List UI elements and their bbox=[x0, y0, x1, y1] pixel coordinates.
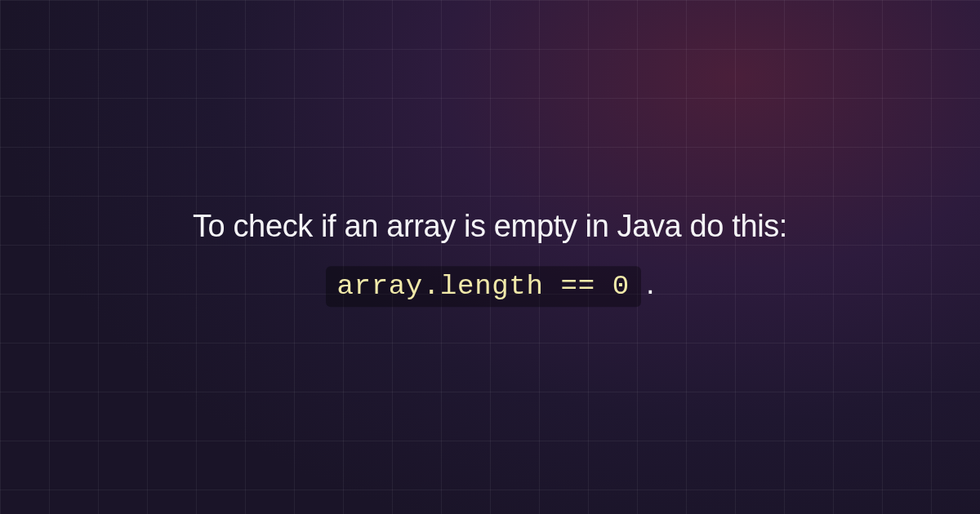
code-line: array.length == 0 . bbox=[326, 267, 655, 308]
trailing-period: . bbox=[646, 267, 655, 302]
heading-text: To check if an array is empty in Java do… bbox=[33, 206, 947, 246]
code-snippet: array.length == 0 bbox=[326, 267, 641, 308]
content-block: To check if an array is empty in Java do… bbox=[0, 206, 980, 307]
